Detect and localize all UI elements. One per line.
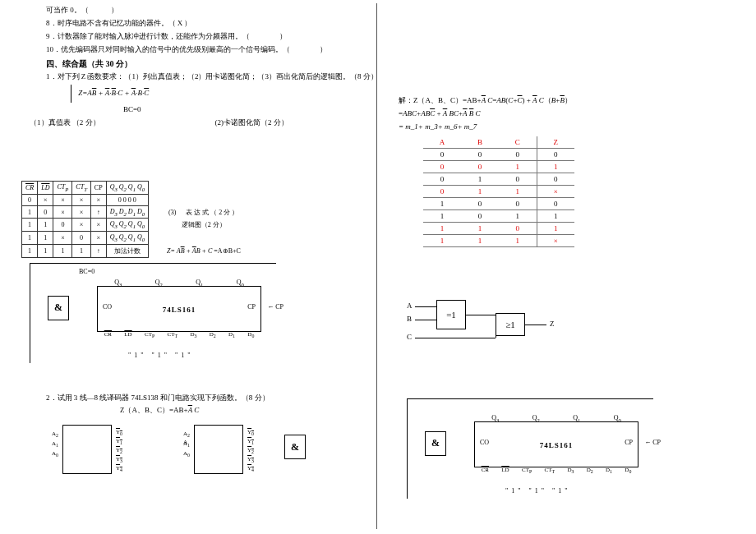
right-column: 解：Z（A、B、C）=AB+A C=AB(C+C) + A C（B+B） =AB…	[377, 0, 754, 534]
left-column: 可当作 0。（ ） 8．时序电路不含有记忆功能的器件。（ X ） 9．计数器除了…	[0, 0, 376, 534]
and-gate-icon: &	[48, 296, 69, 320]
text: 可当作 0。（ ）	[21, 5, 355, 16]
truth-table: ABCZ 0000 0011 0100 011× 1000 1011 1101 …	[423, 136, 574, 247]
solution-line3: = m_1+ m_3+ m_6+ m_7	[399, 122, 732, 133]
q8: 8．时序电路不含有记忆功能的器件。（ X ）	[21, 18, 355, 30]
solution-line1: 解：Z（A、B、C）=AB+A C=AB(C+C) + A C（B+B）	[399, 95, 732, 107]
ones-label: "1" "1" "1"	[128, 352, 194, 359]
or-gate-icon: ≥1	[496, 313, 525, 336]
z-expr-body: AB + A·B·C + A·B·C	[87, 89, 149, 97]
sub1: （1）真值表 （2 分）	[30, 117, 100, 128]
section-4-title: 四、综合题（共 30 分）	[21, 58, 355, 71]
q1: 1．对下列 Z 函数要求：（1）列出真值表；（2）用卡诺图化简；（3）画出化简后…	[21, 71, 355, 83]
decoder-74ls138-2: A A2A1A0 Y0Y1Y2Y3Y4	[194, 425, 243, 474]
bc0-label: BC=0	[79, 268, 94, 275]
q10: 10．优先编码器只对同时输入的信号中的优先级别最高的一个信号编码。（ ）	[21, 44, 355, 56]
decoder-74ls138-1: A2A1A0 Y0Y1Y2Y3Y4	[62, 425, 112, 474]
chip-74ls161: Q3Q2Q1Q0 CO 74LS161 CP ← CP CRLDCTPCTT D…	[97, 286, 261, 332]
xor-gate-icon: =1	[436, 300, 466, 329]
bc0: BC=0	[74, 104, 355, 116]
chip-74ls161-right: Q3Q2Q1Q0 CO 74LS161 CP ← CP CRLDCTPCTT D…	[474, 421, 638, 467]
solution-line2: =ABC+ABC + A BC+A B C	[399, 108, 732, 120]
z-expr: Z=AB + A·B·C + A·B·C	[21, 85, 355, 103]
q9: 9．计数器除了能对输入脉冲进行计数，还能作为分频器用。（ ）	[21, 31, 355, 43]
logic-diagram: A B C =1 ≥1 Z	[407, 297, 732, 362]
ones-label: "1" "1" "1"	[505, 487, 571, 495]
74ls161-function-table: CRLD CTPCTT CPQ3 Q2 Q1 Q0 0××××0 0 0 0 1…	[21, 181, 244, 257]
q2-expr: Z（A、B、C）=AB+A C	[21, 405, 355, 417]
sub2: (2)卡诺图化简（2 分）	[215, 117, 288, 128]
q2: 2．试用 3 线—8 线译码器 74LS138 和门电路实现下列函数。（8 分）	[21, 393, 355, 404]
and-gate-icon: &	[425, 431, 446, 456]
and-gate-icon: &	[284, 435, 306, 459]
